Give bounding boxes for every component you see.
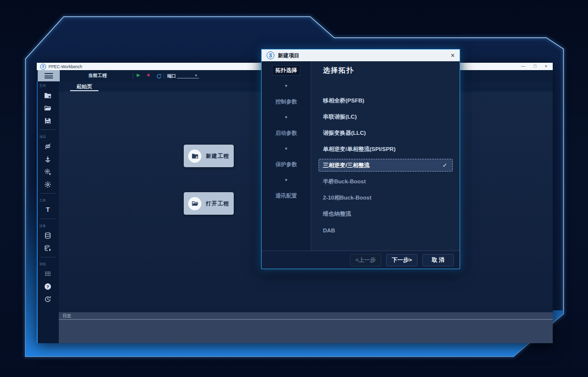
dialog-footer: <上一步下一步>取 消 bbox=[262, 251, 460, 269]
sidebar-item-download[interactable] bbox=[37, 152, 59, 165]
minimize-button[interactable]: — bbox=[521, 63, 525, 70]
app-logo-icon: S bbox=[40, 64, 46, 70]
port-select[interactable] bbox=[177, 78, 199, 78]
topology-label: 移相全桥(PSFB) bbox=[323, 97, 364, 104]
screen: S PPEC-Workbench —□× 当前工程 ▶ ■ 端口 ▼ 起始页 文… bbox=[0, 0, 588, 377]
chevron-down-icon[interactable]: ▼ bbox=[195, 74, 197, 77]
sidebar-item-text-tool[interactable]: T bbox=[37, 203, 59, 216]
topology-pane-title: 选择拓扑 bbox=[323, 66, 354, 75]
maximize-button[interactable]: □ bbox=[534, 63, 536, 70]
sidebar-section-label: 项目 bbox=[37, 132, 46, 140]
topology-label: 维也纳整流 bbox=[323, 210, 351, 218]
wizard-steps: 拓扑选择▼控制参数▼启动参数▼保护参数▼通讯配置 bbox=[262, 61, 311, 251]
sidebar-item-apps[interactable] bbox=[37, 267, 59, 280]
refresh-icon[interactable] bbox=[156, 73, 162, 79]
close-button[interactable]: × bbox=[545, 63, 547, 70]
run-button[interactable]: ▶ bbox=[137, 73, 140, 77]
sidebar-item-help[interactable]: ? bbox=[37, 280, 59, 293]
topology-option[interactable]: 三相逆变/三相整流✓ bbox=[311, 157, 460, 174]
step-arrow-icon: ▼ bbox=[284, 78, 288, 94]
toolbar-divider bbox=[164, 73, 164, 78]
wizard-step-3[interactable]: 启动参数 bbox=[275, 125, 297, 141]
topology-pane: 选择拓扑 移相全桥(PSFB)串联谐振(LC)谐振变换器(LLC)单相逆变/单相… bbox=[311, 61, 460, 251]
sidebar-item-settings[interactable] bbox=[37, 178, 59, 191]
dialog-titlebar: S 新建项目 × bbox=[262, 50, 460, 61]
current-project-label: 当前工程 bbox=[88, 73, 107, 79]
topology-option[interactable]: 半桥Buck-Boost bbox=[311, 174, 460, 190]
topology-label: DAB bbox=[323, 227, 335, 233]
sidebar-section-label: 帮助 bbox=[37, 260, 46, 267]
checkmark-icon: ✓ bbox=[442, 162, 447, 169]
sidebar-section-label: 设备 bbox=[37, 222, 46, 229]
dialog-logo-icon: S bbox=[267, 51, 274, 59]
menu-button[interactable] bbox=[38, 70, 60, 81]
window-title: PPEC-Workbench bbox=[49, 64, 82, 69]
sidebar-section-label: 工具 bbox=[37, 196, 46, 203]
topology-option[interactable]: 谐振变换器(LLC) bbox=[311, 125, 460, 141]
sidebar-item-build-config[interactable] bbox=[37, 165, 59, 178]
topology-option[interactable]: 维也纳整流 bbox=[311, 206, 460, 222]
step-arrow-icon: ▼ bbox=[284, 141, 288, 156]
open-project-button-label: 打开工程 bbox=[206, 200, 229, 207]
dialog-body: 拓扑选择▼控制参数▼启动参数▼保护参数▼通讯配置 选择拓扑 移相全桥(PSFB)… bbox=[262, 61, 460, 251]
topology-label: 串联谐振(LC) bbox=[323, 113, 357, 121]
sidebar: 文件项目工具T设备帮助? bbox=[37, 81, 59, 343]
topology-label: 单相逆变/单相整流(SPI/SPR) bbox=[323, 146, 395, 153]
topology-label: 半桥Buck-Boost bbox=[323, 178, 366, 185]
cancel-button[interactable]: 取 消 bbox=[422, 254, 454, 266]
wizard-step-5[interactable]: 通讯配置 bbox=[275, 188, 297, 203]
topology-option[interactable]: 移相全桥(PSFB) bbox=[311, 93, 460, 109]
topology-label: 谐振变换器(LLC) bbox=[323, 129, 366, 137]
sidebar-divider bbox=[40, 219, 55, 219]
sidebar-item-disconnect[interactable] bbox=[37, 140, 59, 152]
topology-option[interactable]: 单相逆变/单相整流(SPI/SPR) bbox=[311, 141, 460, 157]
new-project-dialog: S 新建项目 × 拓扑选择▼控制参数▼启动参数▼保护参数▼通讯配置 选择拓扑 移… bbox=[261, 49, 460, 269]
sidebar-item-new-project[interactable] bbox=[37, 89, 59, 101]
window-controls: —□× bbox=[521, 63, 549, 70]
next-step-button[interactable]: 下一步> bbox=[386, 254, 417, 266]
new-project-folder-icon bbox=[188, 150, 201, 163]
step-arrow-icon: ▼ bbox=[284, 109, 288, 125]
open-project-button[interactable]: 打开工程 bbox=[184, 192, 234, 215]
tab-start-page[interactable]: 起始页 bbox=[69, 81, 100, 92]
port-label: 端口 bbox=[167, 73, 176, 79]
topology-option[interactable]: 2-10相Buck-Boost bbox=[311, 190, 460, 206]
text-icon: T bbox=[46, 206, 50, 213]
sidebar-item-device-sync[interactable] bbox=[37, 242, 59, 254]
new-project-button-label: 新建工程 bbox=[206, 152, 229, 160]
wizard-step-1[interactable]: 拓扑选择 bbox=[272, 62, 300, 78]
topology-label: 2-10相Buck-Boost bbox=[323, 194, 371, 201]
sidebar-divider bbox=[40, 193, 55, 194]
wizard-step-2[interactable]: 控制参数 bbox=[275, 94, 297, 109]
sidebar-section-label: 文件 bbox=[37, 81, 46, 89]
step-arrow-icon: ▼ bbox=[284, 172, 288, 188]
sidebar-item-open-project[interactable] bbox=[37, 101, 59, 114]
topology-option[interactable]: DAB bbox=[311, 222, 460, 238]
dialog-close-icon[interactable]: × bbox=[451, 50, 455, 61]
sidebar-item-device-data[interactable] bbox=[37, 229, 59, 242]
new-project-button[interactable]: 新建工程 bbox=[184, 145, 234, 167]
log-panel: 日志 bbox=[59, 312, 553, 343]
topology-label: 三相逆变/三相整流 bbox=[323, 162, 369, 169]
sidebar-item-save-project[interactable] bbox=[37, 114, 59, 127]
wizard-step-4[interactable]: 保护参数 bbox=[275, 156, 297, 172]
topology-list: 移相全桥(PSFB)串联谐振(LC)谐振变换器(LLC)单相逆变/单相整流(SP… bbox=[311, 93, 460, 238]
prev-step-button: <上一步 bbox=[350, 254, 381, 266]
log-panel-divider bbox=[59, 319, 553, 320]
sidebar-item-history[interactable] bbox=[37, 293, 59, 305]
topology-option[interactable]: 串联谐振(LC) bbox=[311, 109, 460, 125]
sidebar-divider bbox=[40, 257, 55, 257]
toolbar-divider bbox=[133, 73, 133, 78]
sidebar-divider bbox=[40, 129, 55, 130]
log-panel-label: 日志 bbox=[63, 313, 71, 319]
topology-option-selected[interactable]: 三相逆变/三相整流✓ bbox=[318, 159, 453, 172]
open-project-folder-icon bbox=[188, 197, 201, 210]
dialog-title: 新建项目 bbox=[278, 52, 299, 59]
stop-button[interactable]: ■ bbox=[147, 73, 149, 77]
